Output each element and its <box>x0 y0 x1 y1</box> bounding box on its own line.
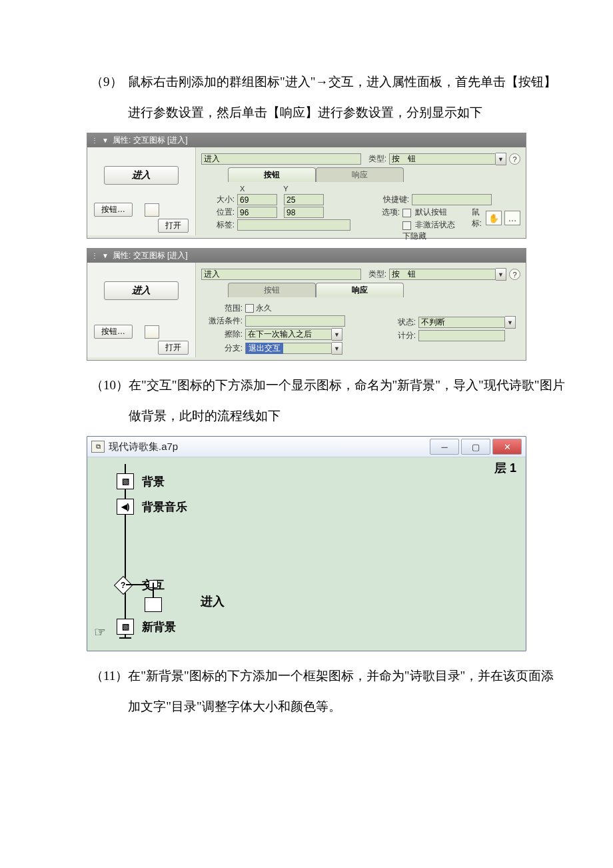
enter-button[interactable]: 进入 <box>104 281 179 300</box>
step-11-text: 在"新背景"图标的下方添加一个框架图标，并命为"诗歌目录"，并在该页面添加文字"… <box>128 661 573 721</box>
type-label: 类型: <box>368 153 386 165</box>
pos-y-input[interactable] <box>284 207 324 218</box>
col-x-label: X <box>240 185 245 193</box>
status-dropdown-icon[interactable]: ▼ <box>505 316 516 329</box>
button-config-button[interactable]: 按钮… <box>94 203 133 217</box>
button-config-button[interactable]: 按钮… <box>94 325 133 339</box>
authorware-icon: ⧉ <box>91 441 105 453</box>
node-enter-label: 进入 <box>201 593 225 609</box>
open-button[interactable]: 打开 <box>158 341 189 355</box>
step-9-text: 鼠标右击刚添加的群组图标"进入"→交互，进入属性面板，首先单击【按钮】进行参数设… <box>128 67 573 127</box>
type-dropdown-icon[interactable]: ▼ <box>496 268 506 281</box>
pos-label: 位置: <box>201 207 235 218</box>
size-x-input[interactable] <box>237 194 277 205</box>
flow-end-icon <box>119 637 131 639</box>
property-panel-1: ⋮ ▼ 属性: 交互图标 [进入] 进入 按钮… 打开 类型: <box>87 133 526 239</box>
hide-inactive-checkbox[interactable] <box>402 221 411 230</box>
group-icon[interactable] <box>145 597 162 612</box>
tab-response[interactable]: 响应 <box>316 283 404 297</box>
size-label: 大小: <box>201 194 235 205</box>
col-y-label: Y <box>283 185 288 193</box>
branch-label: 分支: <box>201 343 243 354</box>
option-label: 选项: <box>368 207 400 218</box>
branch-dropdown-icon[interactable]: ▼ <box>332 342 342 355</box>
tab-response[interactable]: 响应 <box>316 167 404 182</box>
cursor-browse-icon[interactable]: … <box>504 211 520 225</box>
size-y-input[interactable] <box>284 194 324 205</box>
step-10-number: （10） <box>91 370 129 431</box>
step-10-text: 在"交互"图标的下方添加一个显示图标，命名为"新背景"，导入"现代诗歌"图片做背… <box>129 370 573 431</box>
type-select[interactable] <box>389 269 496 280</box>
node-background[interactable]: ▧ 背景 <box>117 473 165 489</box>
default-button-checkbox[interactable] <box>402 209 411 217</box>
erase-dropdown-icon[interactable]: ▼ <box>332 328 342 341</box>
help-icon[interactable]: ? <box>509 153 520 165</box>
hotkey-input[interactable] <box>412 194 492 205</box>
score-input[interactable] <box>418 330 505 341</box>
erase-label: 擦除: <box>201 329 243 340</box>
tag-input[interactable] <box>237 219 350 231</box>
permanent-checkbox[interactable] <box>245 304 254 313</box>
minimize-button[interactable]: ─ <box>430 439 459 455</box>
help-icon[interactable]: ? <box>509 269 520 280</box>
name-input[interactable] <box>201 269 361 280</box>
panel-2-title: 属性: 交互图标 [进入] <box>113 250 188 261</box>
preview-icon[interactable] <box>145 325 159 339</box>
node-newbg-label: 新背景 <box>142 619 176 635</box>
panel-1-titlebar[interactable]: ⋮ ▼ 属性: 交互图标 [进入] <box>87 133 526 147</box>
score-label: 计分: <box>374 330 416 341</box>
step-10: （10） 在"交互"图标的下方添加一个显示图标，命名为"新背景"，导入"现代诗歌… <box>91 370 573 431</box>
panel-handle-icon: ⋮ <box>91 252 98 259</box>
step-9-number: （9） <box>91 67 128 127</box>
node-music-label: 背景音乐 <box>142 499 187 515</box>
permanent-label: 永久 <box>256 303 272 314</box>
display-icon: ▧ <box>117 619 134 635</box>
node-music[interactable]: ◀) 背景音乐 <box>117 499 187 515</box>
step-11: （11） 在"新背景"图标的下方添加一个框架图标，并命为"诗歌目录"，并在该页面… <box>91 661 573 721</box>
panel-handle-icon: ⋮ <box>91 137 98 144</box>
preview-icon[interactable] <box>145 203 159 217</box>
step-11-number: （11） <box>91 661 128 721</box>
flow-title-text: 现代诗歌集.a7p <box>109 441 178 453</box>
pointer-hand-icon: ☞ <box>94 624 106 640</box>
node-newbg[interactable]: ▧ 新背景 <box>117 619 176 635</box>
enter-button[interactable]: 进入 <box>104 166 179 185</box>
status-select[interactable] <box>418 317 505 328</box>
sound-icon: ◀) <box>117 499 134 515</box>
hotkey-label: 快捷键: <box>368 194 409 205</box>
type-dropdown-icon[interactable]: ▼ <box>496 153 506 165</box>
default-button-label: 默认按钮 <box>415 207 447 217</box>
node-background-label: 背景 <box>142 474 165 489</box>
type-label: 类型: <box>368 269 386 280</box>
status-label: 状态: <box>374 317 416 328</box>
branch-select-value: 退出交互 <box>246 343 283 354</box>
tab-button[interactable]: 按钮 <box>228 283 316 297</box>
panel-2-titlebar[interactable]: ⋮ ▼ 属性: 交互图标 [进入] <box>87 249 526 263</box>
close-button[interactable]: ✕ <box>492 439 522 455</box>
erase-select[interactable] <box>245 329 332 340</box>
flow-canvas[interactable]: 层 1 ▧ 背景 ◀) 背景音乐 ? 交互 进入 ▧ 新背景 <box>87 457 526 651</box>
scope-label: 范围: <box>201 303 243 314</box>
tab-button[interactable]: 按钮 <box>228 167 316 182</box>
property-panel-2: ⋮ ▼ 属性: 交互图标 [进入] 进入 按钮… 打开 类型: <box>87 248 526 361</box>
panel-1-title: 属性: 交互图标 [进入] <box>113 135 188 146</box>
condition-input[interactable] <box>245 315 345 327</box>
branch-select[interactable]: 退出交互 <box>245 343 332 354</box>
pos-x-input[interactable] <box>237 207 277 218</box>
flow-titlebar[interactable]: ⧉ 现代诗歌集.a7p ─ ▢ ✕ <box>87 437 526 457</box>
layer-label: 层 1 <box>494 460 516 476</box>
condition-label: 激活条件: <box>201 315 243 327</box>
flow-window: ⧉ 现代诗歌集.a7p ─ ▢ ✕ 层 1 ▧ 背景 ◀) 背景音乐 ? 交互 <box>87 436 526 651</box>
open-button[interactable]: 打开 <box>158 219 189 233</box>
flow-main-line <box>125 464 126 637</box>
tag-label: 标签: <box>201 219 235 231</box>
maximize-button[interactable]: ▢ <box>461 439 490 455</box>
type-select[interactable] <box>389 153 496 165</box>
display-icon: ▧ <box>117 473 134 489</box>
panel-collapse-icon[interactable]: ▼ <box>102 137 109 144</box>
name-input[interactable] <box>201 153 361 165</box>
mouse-label: 鼠标: <box>472 207 482 229</box>
step-9: （9） 鼠标右击刚添加的群组图标"进入"→交互，进入属性面板，首先单击【按钮】进… <box>91 67 573 127</box>
cursor-hand-icon[interactable]: ✋ <box>486 211 502 225</box>
panel-collapse-icon[interactable]: ▼ <box>102 252 109 259</box>
